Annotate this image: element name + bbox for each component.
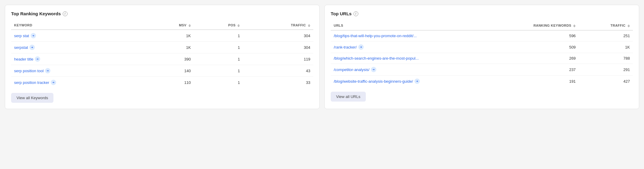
- traffic-cell: 33: [243, 77, 313, 88]
- right-panel-title-text: Top URLs: [331, 11, 352, 16]
- keyword-row: header title ➜ 390 1 119: [11, 53, 313, 65]
- left-panel-info-icon[interactable]: i: [63, 11, 68, 16]
- traffic-cell: 43: [243, 65, 313, 77]
- url-traffic-cell: 291: [579, 64, 633, 76]
- pos-cell: 1: [194, 30, 243, 42]
- ranking-keywords-cell: 269: [528, 53, 579, 64]
- keyword-row: serp position tool ➜ 140 1 43: [11, 65, 313, 77]
- urls-table: URLs RANKING KEYWORDS TRAFFIC /blog/tip: [331, 21, 633, 87]
- url-traffic-cell: 788: [579, 53, 633, 64]
- top-urls-panel: Top URLs i URLs RANKING KEYWORDS TRAFFIC: [324, 5, 639, 109]
- keyword-arrow-icon: ➜: [35, 56, 40, 62]
- ranking-keywords-cell: 509: [528, 41, 579, 53]
- traffic-sort-icon[interactable]: [308, 24, 310, 27]
- msv-cell: 110: [144, 77, 194, 88]
- url-cell: /blog/tips-that-will-help-you-promote-on…: [331, 30, 528, 41]
- pos-cell: 1: [194, 77, 243, 88]
- msv-cell: 140: [144, 65, 194, 77]
- keyword-arrow-icon: ➜: [51, 80, 56, 85]
- url-row: /blog/tips-that-will-help-you-promote-on…: [331, 30, 633, 41]
- url-cell: /blog/website-traffic-analysis-beginners…: [331, 76, 528, 87]
- keyword-row: serp stat ➜ 1K 1 304: [11, 30, 313, 42]
- ranking-keywords-cell: 191: [528, 76, 579, 87]
- msv-cell: 390: [144, 53, 194, 65]
- url-link[interactable]: /blog/which-search-engines-are-the-most-…: [334, 56, 419, 61]
- keyword-arrow-icon: ➜: [29, 45, 35, 50]
- keyword-row: serp position tracker ➜ 110 1 33: [11, 77, 313, 88]
- keyword-cell: serpstat ➜: [11, 42, 144, 53]
- keyword-cell: serp position tool ➜: [11, 65, 144, 77]
- right-panel-title: Top URLs i: [331, 11, 633, 16]
- col-keyword: KEYWORD: [11, 21, 144, 30]
- keyword-text: serpstat: [14, 45, 28, 50]
- url-text: /blog/website-traffic-analysis-beginners…: [334, 79, 413, 84]
- keyword-text: header title: [14, 57, 33, 61]
- urls-table-header-row: URLs RANKING KEYWORDS TRAFFIC: [331, 21, 633, 30]
- panels-container: Top Ranking Keywords i KEYWORD MSV POS: [5, 5, 639, 109]
- traffic-cell: 304: [243, 42, 313, 53]
- pos-cell: 1: [194, 53, 243, 65]
- keyword-link[interactable]: serp position tool ➜: [14, 68, 50, 73]
- url-link[interactable]: /competitor-analysis/ ➜: [334, 67, 376, 72]
- keyword-text: serp position tracker: [14, 80, 49, 85]
- col-pos: POS: [194, 21, 243, 30]
- col-ranking-keywords: RANKING KEYWORDS: [528, 21, 579, 30]
- keyword-cell: header title ➜: [11, 53, 144, 65]
- url-arrow-icon: ➜: [358, 44, 364, 50]
- url-row: /competitor-analysis/ ➜ 237 291: [331, 64, 633, 76]
- ranking-keywords-cell: 596: [528, 30, 579, 41]
- url-row: /blog/website-traffic-analysis-beginners…: [331, 76, 633, 87]
- top-ranking-keywords-panel: Top Ranking Keywords i KEYWORD MSV POS: [5, 5, 320, 109]
- url-arrow-icon: ➜: [371, 67, 376, 72]
- traffic-cell: 304: [243, 30, 313, 42]
- left-panel-title: Top Ranking Keywords i: [11, 11, 313, 16]
- url-link[interactable]: /blog/website-traffic-analysis-beginners…: [334, 79, 420, 84]
- keyword-cell: serp stat ➜: [11, 30, 144, 42]
- url-text: /blog/which-search-engines-are-the-most-…: [334, 56, 419, 61]
- keyword-arrow-icon: ➜: [45, 68, 50, 73]
- keywords-table: KEYWORD MSV POS TRAFFIC: [11, 21, 313, 88]
- ranking-keywords-sort-icon[interactable]: [573, 25, 576, 27]
- col-urls: URLs: [331, 21, 528, 30]
- traffic-cell: 119: [243, 53, 313, 65]
- pos-cell: 1: [194, 65, 243, 77]
- url-row: /rank-tracker/ ➜ 509 1K: [331, 41, 633, 53]
- url-traffic-cell: 251: [579, 30, 633, 41]
- msv-cell: 1K: [144, 30, 194, 42]
- url-row: /blog/which-search-engines-are-the-most-…: [331, 53, 633, 64]
- col-url-traffic: TRAFFIC: [579, 21, 633, 30]
- keywords-table-header-row: KEYWORD MSV POS TRAFFIC: [11, 21, 313, 30]
- url-link[interactable]: /blog/tips-that-will-help-you-promote-on…: [334, 34, 417, 38]
- view-all-keywords-button[interactable]: View all Keywords: [11, 93, 53, 103]
- msv-sort-icon[interactable]: [188, 24, 191, 27]
- col-msv: MSV: [144, 21, 194, 30]
- url-traffic-sort-icon[interactable]: [627, 25, 630, 27]
- url-traffic-cell: 427: [579, 76, 633, 87]
- url-cell: /competitor-analysis/ ➜: [331, 64, 528, 76]
- url-text: /rank-tracker/: [334, 45, 357, 49]
- keyword-cell: serp position tracker ➜: [11, 77, 144, 88]
- view-all-urls-button[interactable]: View all URLs: [331, 92, 366, 102]
- url-arrow-icon: ➜: [414, 79, 420, 84]
- url-traffic-cell: 1K: [579, 41, 633, 53]
- msv-cell: 1K: [144, 42, 194, 53]
- keyword-link[interactable]: serp stat ➜: [14, 33, 36, 38]
- keyword-link[interactable]: header title ➜: [14, 56, 40, 62]
- ranking-keywords-cell: 237: [528, 64, 579, 76]
- col-traffic: TRAFFIC: [243, 21, 313, 30]
- left-panel-title-text: Top Ranking Keywords: [11, 11, 61, 16]
- keyword-link[interactable]: serpstat ➜: [14, 45, 35, 50]
- keyword-text: serp position tool: [14, 69, 44, 73]
- url-cell: /blog/which-search-engines-are-the-most-…: [331, 53, 528, 64]
- url-text: /competitor-analysis/: [334, 67, 369, 72]
- url-text: /blog/tips-that-will-help-you-promote-on…: [334, 34, 417, 38]
- right-panel-info-icon[interactable]: i: [354, 11, 358, 16]
- keyword-row: serpstat ➜ 1K 1 304: [11, 42, 313, 53]
- url-link[interactable]: /rank-tracker/ ➜: [334, 44, 364, 50]
- pos-sort-icon[interactable]: [237, 24, 240, 27]
- keyword-arrow-icon: ➜: [31, 33, 36, 38]
- url-cell: /rank-tracker/ ➜: [331, 41, 528, 53]
- pos-cell: 1: [194, 42, 243, 53]
- keyword-link[interactable]: serp position tracker ➜: [14, 80, 56, 85]
- keyword-text: serp stat: [14, 34, 29, 38]
